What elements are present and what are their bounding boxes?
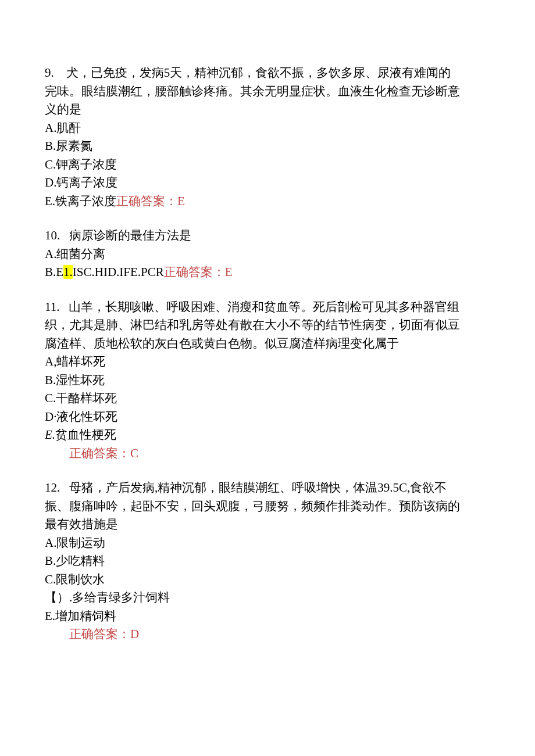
q9-option-a: A.肌酐 [45, 119, 490, 138]
q9-option-e-line: E.铁离子浓度正确答案：E [45, 192, 490, 211]
q11-option-e: E.贫血性梗死 [45, 426, 490, 445]
question-11: 11. 山羊，长期咳嗽、呼吸困难、消瘦和贫血等。死后剖检可见其多种器官组 织，尤… [45, 298, 490, 463]
q9-stem1-text: 犬，已免疫，发病5天，精神沉郁，食欲不振，多饮多尿、尿液有难闻的 [66, 66, 451, 80]
q10-optb-highlight: 1. [63, 265, 73, 279]
q10-number: 10. [45, 228, 60, 242]
q11-opte-prefix: E. [45, 428, 55, 442]
q11-option-c: C.干酪样坏死 [45, 389, 490, 408]
q10-optb-pre: B.E [45, 265, 63, 279]
q10-option-b-line: B.E1.ISC.HID.IFE.PCR正确答案：E [45, 263, 490, 282]
q12-stem-line2: 振、腹痛呻吟，起卧不安，回头观腹，弓腰努，频频作排粪动作。预防该病的 [45, 497, 490, 516]
q9-answer: 正确答案：E [116, 194, 185, 208]
q11-stem-line2: 织，尤其是肺、淋巴结和乳房等处有散在大小不等的结节性病变，切面有似豆 [45, 316, 490, 335]
question-12: 12. 母猪，产后发病,精神沉郁，眼结膜潮红、呼吸增快，体温39.5C,食欲不 … [45, 479, 490, 644]
q12-option-d: 【）.多给青绿多汁饲料 [45, 589, 490, 607]
q11-option-a: A,蜡样坏死 [45, 353, 490, 371]
q12-option-b: B.少吃精料 [45, 552, 490, 571]
q12-number: 12. [45, 481, 60, 495]
q9-stem-line2: 完味。眼结膜潮红，腰部触诊疼痛。其余无明显症状。血液生化检查无诊断意 [45, 83, 490, 101]
q10-stem-text: 病原诊断的最佳方法是 [69, 228, 191, 242]
q11-opte-text: 贫血性梗死 [55, 428, 116, 442]
q11-stem-line3: 腐渣样、质地松软的灰白色或黄白色物。似豆腐渣样病理变化属于 [45, 335, 490, 353]
q12-stem-line1: 12. 母猪，产后发病,精神沉郁，眼结膜潮红、呼吸增快，体温39.5C,食欲不 [45, 479, 490, 497]
q9-option-c: C.钾离子浓度 [45, 156, 490, 174]
q10-optb-post: ISC.HID.IFE.PCR [73, 265, 164, 279]
q11-option-b: B.湿性坏死 [45, 371, 490, 390]
q12-answer: 正确答案：D [45, 625, 490, 644]
question-9: 9. 犬，已免疫，发病5天，精神沉郁，食欲不振，多饮多尿、尿液有难闻的 完味。眼… [45, 64, 490, 210]
q12-option-c: C.限制饮水 [45, 571, 490, 589]
question-10: 10. 病原诊断的最佳方法是 A.细菌分离 B.E1.ISC.HID.IFE.P… [45, 227, 490, 282]
q11-stem-line1: 11. 山羊，长期咳嗽、呼吸困难、消瘦和贫血等。死后剖检可见其多种器官组 [45, 298, 490, 317]
q11-number: 11. [45, 300, 59, 314]
q11-option-d: D·液化性坏死 [45, 408, 490, 427]
q11-stem1-text: 山羊，长期咳嗽、呼吸困难、消瘦和贫血等。死后剖检可见其多种器官组 [69, 300, 459, 314]
q9-stem-line1: 9. 犬，已免疫，发病5天，精神沉郁，食欲不振，多饮多尿、尿液有难闻的 [45, 64, 490, 83]
q10-stem-line: 10. 病原诊断的最佳方法是 [45, 227, 490, 245]
q10-answer: 正确答案：E [164, 265, 233, 279]
q9-stem-line3: 义的是 [45, 101, 490, 119]
q11-answer: 正确答案：C [45, 445, 490, 463]
q12-option-e: E.增加精饲料 [45, 607, 490, 626]
q9-number: 9. [45, 66, 54, 80]
q12-option-a: A.限制运动 [45, 534, 490, 553]
q9-option-b: B.尿素氮 [45, 137, 490, 156]
q9-option-e-text: E.铁离子浓度 [45, 194, 116, 208]
q9-option-d: D.钙离子浓度 [45, 174, 490, 192]
q12-stem1-text: 母猪，产后发病,精神沉郁，眼结膜潮红、呼吸增快，体温39.5C,食欲不 [69, 481, 447, 495]
q10-option-a: A.细菌分离 [45, 245, 490, 264]
q12-stem-line3: 最有效措施是 [45, 515, 490, 534]
